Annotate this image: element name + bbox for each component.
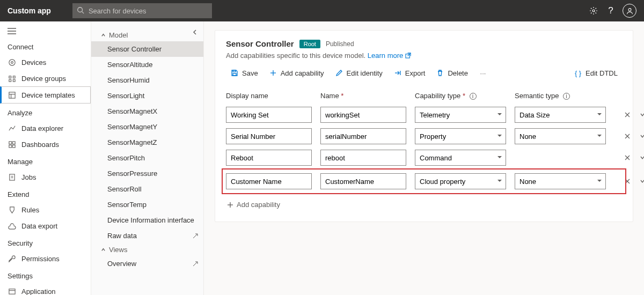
svg-rect-19 (12, 145, 15, 148)
col-display-name: Display name (226, 92, 312, 100)
display-name-input[interactable] (226, 128, 312, 144)
nav-item-application[interactable]: Application (0, 283, 91, 295)
nav-item-permissions[interactable]: Permissions (0, 250, 91, 267)
expand-row-button[interactable] (638, 177, 644, 186)
edit-dtdl-button[interactable]: { }Edit DTDL (569, 66, 622, 80)
name-input[interactable] (320, 107, 406, 123)
nav-item-dashboards[interactable]: Dashboards (0, 136, 91, 152)
search-icon (77, 6, 84, 14)
export-icon (8, 222, 16, 230)
collapse-panel-icon[interactable] (192, 29, 198, 35)
tree-item[interactable]: SensorRoll (91, 181, 203, 197)
nav-item-device-groups[interactable]: Device groups (0, 70, 91, 86)
left-nav: ConnectDevicesDevice groupsDevice templa… (0, 21, 91, 295)
nav-section-header: Extend (0, 185, 91, 202)
tree-views-header[interactable]: Views (91, 244, 203, 256)
nav-item-data-export[interactable]: Data export (0, 218, 91, 234)
tree-item[interactable]: SensorPressure (91, 166, 203, 181)
svg-line-26 (193, 234, 197, 238)
edit-identity-button[interactable]: Edit identity (331, 66, 387, 80)
nav-item-rules[interactable]: Rules (0, 202, 91, 218)
capability-type-select[interactable] (415, 107, 506, 123)
application-icon (8, 287, 16, 295)
nav-section-header: Settings (0, 267, 91, 283)
svg-rect-30 (233, 70, 236, 72)
groups-icon (8, 74, 16, 83)
search-input[interactable] (72, 3, 212, 18)
svg-rect-20 (9, 174, 14, 180)
jobs-icon (8, 173, 16, 181)
profile-icon[interactable] (623, 4, 636, 18)
display-name-input[interactable] (226, 107, 312, 123)
nav-item-device-templates[interactable]: Device templates (0, 86, 91, 104)
export-button[interactable]: Export (389, 66, 430, 80)
semantic-type-select[interactable] (515, 173, 606, 189)
nav-section-header: Analyze (0, 104, 91, 120)
tree-item[interactable]: SensorMagnetZ (91, 135, 203, 150)
svg-point-3 (628, 8, 631, 11)
root-badge: Root (299, 40, 320, 48)
remove-row-button[interactable] (623, 110, 632, 119)
display-name-input[interactable] (226, 150, 312, 166)
help-icon[interactable]: ? (602, 2, 619, 19)
more-button[interactable]: ··· (474, 66, 492, 80)
save-button[interactable]: Save (226, 66, 262, 80)
nav-section-header: Connect (0, 38, 91, 54)
remove-row-button[interactable] (623, 132, 632, 141)
svg-rect-16 (9, 141, 11, 144)
expand-row-button[interactable] (638, 132, 644, 141)
edit-icon (335, 69, 343, 77)
tree-item[interactable]: SensorPitch (91, 150, 203, 166)
remove-row-button[interactable] (623, 153, 632, 162)
learn-more-link[interactable]: Learn more (368, 51, 411, 60)
capability-type-select[interactable] (415, 150, 506, 166)
tree-item[interactable]: SensorLight (91, 88, 203, 104)
expand-row-button[interactable] (638, 110, 644, 119)
tree-item[interactable]: SensorAltitude (91, 57, 203, 72)
capability-row (226, 126, 622, 147)
display-name-input[interactable] (226, 173, 312, 189)
hamburger-icon[interactable] (0, 25, 91, 38)
remove-row-button[interactable] (623, 177, 632, 186)
svg-line-29 (407, 53, 411, 56)
add-capability-button[interactable]: Add capability (265, 66, 328, 80)
capability-type-select[interactable] (415, 173, 506, 189)
nav-item-data-explorer[interactable]: Data explorer (0, 120, 91, 136)
svg-line-1 (82, 12, 84, 14)
svg-point-7 (9, 59, 14, 65)
add-capability-inline[interactable]: Add capability (226, 194, 622, 209)
nav-item-devices[interactable]: Devices (0, 54, 91, 70)
info-icon[interactable]: i (563, 93, 570, 100)
svg-point-0 (78, 8, 83, 12)
settings-icon[interactable] (585, 2, 602, 19)
tree-raw-data[interactable]: Raw data (91, 228, 203, 244)
code-icon: { } (574, 69, 582, 77)
tree-item[interactable]: Device Information interface (91, 212, 203, 228)
search-wrap (72, 3, 212, 18)
name-input[interactable] (320, 173, 406, 189)
tree-item[interactable]: SensorMagnetY (91, 119, 203, 135)
tree-item[interactable]: SensorTemp (91, 197, 203, 212)
save-icon (230, 69, 239, 77)
svg-rect-11 (9, 79, 11, 82)
delete-button[interactable]: Delete (431, 66, 472, 80)
templates-icon (8, 91, 16, 99)
tree-item[interactable]: Overview (91, 256, 203, 271)
capability-type-select[interactable] (415, 128, 506, 144)
expand-row-button[interactable] (638, 153, 644, 162)
semantic-type-select[interactable] (515, 107, 606, 123)
toolbar: Save Add capability Edit identity Export… (226, 66, 622, 81)
tree-model-header[interactable]: Model (91, 29, 203, 41)
tree-item[interactable]: Sensor Controller (91, 41, 203, 57)
app-name: Custom app (8, 6, 51, 15)
explorer-icon (8, 124, 16, 132)
dashboards-icon (8, 140, 16, 149)
name-input[interactable] (320, 150, 406, 166)
semantic-type-select[interactable] (515, 128, 606, 144)
svg-rect-31 (233, 73, 236, 76)
name-input[interactable] (320, 128, 406, 144)
tree-item[interactable]: SensorHumid (91, 72, 203, 88)
nav-item-jobs[interactable]: Jobs (0, 169, 91, 185)
tree-item[interactable]: SensorMagnetX (91, 104, 203, 119)
info-icon[interactable]: i (470, 93, 477, 100)
